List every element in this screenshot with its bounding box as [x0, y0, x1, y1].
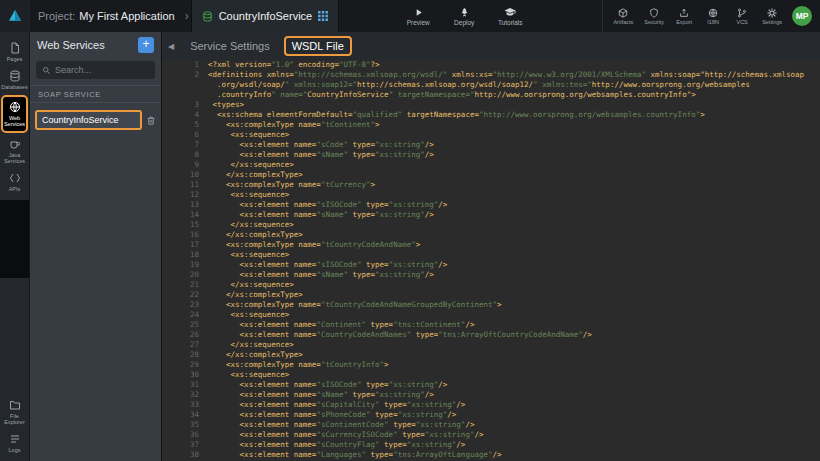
code-line: .org/wsdl/soap/" xmlns:soap12="http://sc…: [162, 80, 820, 90]
code-text: <xs:complexType name="tCountryCodeAndNam…: [208, 300, 502, 310]
line-number: 11: [162, 180, 208, 190]
line-number: 36: [162, 430, 208, 440]
line-number: 16: [162, 230, 208, 240]
line-number: 7: [162, 140, 208, 150]
tutorials-button[interactable]: Tutorials: [495, 6, 525, 26]
collapse-panel-icon[interactable]: ◀: [166, 40, 176, 53]
rail-spacer: [0, 200, 29, 278]
line-number: 17: [162, 240, 208, 250]
code-line: 18 <xs:sequence>: [162, 250, 820, 260]
sidebar-item-label: Pages: [7, 56, 23, 62]
code-text: <xs:element name="sISOCode" type="xs:str…: [208, 260, 447, 270]
search-box[interactable]: [36, 61, 155, 79]
code-brackets-icon: [9, 172, 21, 184]
line-number: 24: [162, 310, 208, 320]
code-text: <xs:element name="sCountryFlag" type="xs…: [208, 440, 465, 450]
code-text: <xs:sequence>: [208, 310, 289, 320]
grid-icon[interactable]: [318, 11, 328, 21]
tab-wsdl-file[interactable]: WSDL File: [284, 36, 352, 56]
code-text: .countryInfo" name="CountryInfoService" …: [208, 90, 696, 100]
sidebar-item-pages[interactable]: Pages: [0, 38, 29, 66]
web-services-panel: Web Services + SOAP SERVICE CountryInfoS…: [30, 32, 162, 461]
line-number: 25: [162, 320, 208, 330]
line-number: 3: [162, 100, 208, 110]
sidebar-item-web-services[interactable]: Web Services: [1, 95, 28, 133]
code-line: 23 <xs:complexType name="tCountryCodeAnd…: [162, 300, 820, 310]
code-line: 1<?xml version="1.0" encoding="UTF-8"?>: [162, 60, 820, 70]
sidebar-item-logs[interactable]: Logs: [0, 429, 29, 457]
soap-service-section-header: SOAP SERVICE: [30, 85, 161, 103]
artifacts-button[interactable]: Artifacts: [613, 8, 633, 25]
search-input[interactable]: [55, 65, 149, 75]
sidebar-item-java-services[interactable]: Java Services: [0, 134, 29, 168]
panel-header: Web Services +: [30, 32, 161, 58]
code-line: 6 <xs:sequence>: [162, 130, 820, 140]
code-lines: 1<?xml version="1.0" encoding="UTF-8"?>2…: [162, 60, 820, 460]
deploy-button[interactable]: Deploy: [449, 7, 479, 26]
code-text: <xs:element name="sCurrencyISOCode" type…: [208, 430, 483, 440]
settings-label: Settings: [762, 19, 782, 25]
database-icon: [9, 70, 21, 82]
code-line: 24 <xs:sequence>: [162, 310, 820, 320]
code-line: 14 <xs:element name="sName" type="xs:str…: [162, 210, 820, 220]
app-logo[interactable]: [0, 0, 30, 32]
security-label: Security: [644, 19, 664, 25]
avatar[interactable]: MP: [792, 6, 812, 26]
database-icon: [202, 11, 213, 22]
code-text: <xs:element name="sISOCode" type="xs:str…: [208, 200, 447, 210]
code-line: 30 <xs:sequence>: [162, 370, 820, 380]
tab-service-settings[interactable]: Service Settings: [182, 36, 277, 56]
code-line: 31 <xs:element name="sISOCode" type="xs:…: [162, 380, 820, 390]
code-text: <xs:complexType name="tCurrency">: [208, 180, 375, 190]
sidebar-item-apis[interactable]: APIs: [0, 168, 29, 196]
line-number: 26: [162, 330, 208, 340]
security-button[interactable]: Security: [644, 8, 664, 25]
code-text: <xs:element name="sPhoneCode" type="xs:s…: [208, 410, 456, 420]
line-number: 38: [162, 450, 208, 460]
panel-title: Web Services: [37, 39, 134, 51]
code-line: 35 <xs:element name="sContinentCode" typ…: [162, 420, 820, 430]
code-text: <xs:complexType name="tCountryCodeAndNam…: [208, 240, 420, 250]
code-line: 12 <xs:sequence>: [162, 190, 820, 200]
service-list-item[interactable]: CountryInfoService: [35, 110, 142, 130]
service-list-item-row: CountryInfoService: [35, 110, 156, 130]
add-service-button[interactable]: +: [138, 37, 154, 53]
vcs-button[interactable]: VCS: [733, 8, 751, 25]
code-line: 11 <xs:complexType name="tCurrency">: [162, 180, 820, 190]
line-number: 19: [162, 260, 208, 270]
service-tab-label: CountryInfoService: [219, 10, 313, 22]
graduation-cap-icon: [504, 6, 516, 18]
code-text: <xs:element name="sCode" type="xs:string…: [208, 140, 434, 150]
i18n-button[interactable]: I18N: [704, 8, 722, 25]
code-text: <xs:element name="Continent" type="tns:t…: [208, 320, 474, 330]
sidebar-item-file-explorer[interactable]: File Explorer: [0, 395, 29, 429]
line-number: 35: [162, 420, 208, 430]
line-number: 31: [162, 380, 208, 390]
code-line: 28 </xs:complexType>: [162, 350, 820, 360]
delete-service-button[interactable]: [146, 115, 156, 126]
globe-icon: [708, 8, 718, 18]
code-text: </xs:sequence>: [208, 220, 294, 230]
export-button[interactable]: Export: [675, 8, 693, 25]
line-number: 15: [162, 220, 208, 230]
code-line: 27 </xs:sequence>: [162, 340, 820, 350]
code-line: 7 <xs:element name="sCode" type="xs:stri…: [162, 140, 820, 150]
code-text: <xs:sequence>: [208, 370, 289, 380]
code-line: 20 <xs:element name="sName" type="xs:str…: [162, 270, 820, 280]
export-icon: [679, 8, 689, 18]
sidebar-item-databases[interactable]: Databases: [0, 66, 29, 94]
code-line: 9 </xs:sequence>: [162, 160, 820, 170]
line-number: 28: [162, 350, 208, 360]
chevron-right-icon: ›: [185, 9, 189, 23]
preview-button[interactable]: Preview: [403, 7, 433, 26]
left-rail: Pages Databases Web Services Java Servic…: [0, 32, 30, 461]
code-text: <xs:element name="Languages" type="tns:A…: [208, 450, 502, 460]
wsdl-editor[interactable]: 1<?xml version="1.0" encoding="UTF-8"?>2…: [162, 60, 820, 461]
line-number: 2: [162, 70, 208, 80]
line-number: 12: [162, 190, 208, 200]
service-tab[interactable]: CountryInfoService: [191, 0, 340, 32]
project-selector[interactable]: Project: My First Application: [30, 0, 183, 32]
deploy-label: Deploy: [454, 19, 474, 26]
settings-button[interactable]: Settings: [762, 8, 782, 25]
line-number: 5: [162, 120, 208, 130]
